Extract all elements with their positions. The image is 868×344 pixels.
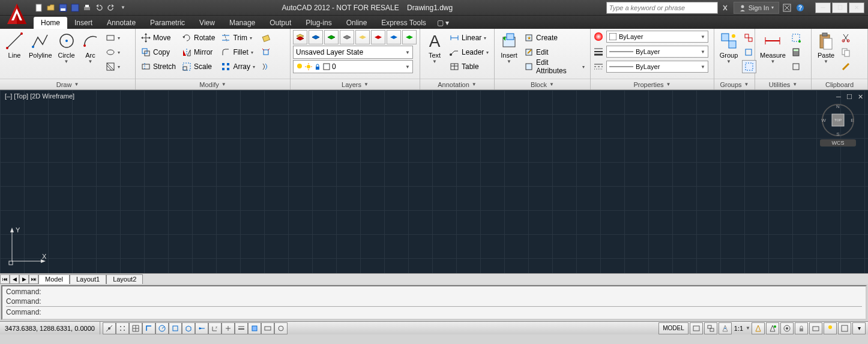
ellipse-button[interactable]: ▾: [104, 46, 122, 59]
table-button[interactable]: Table: [448, 60, 490, 73]
viewport-close-icon[interactable]: ✕: [856, 92, 864, 101]
tab-home[interactable]: Home: [34, 17, 67, 29]
linear-button[interactable]: Linear▾: [448, 31, 490, 44]
move-button[interactable]: Move: [139, 31, 178, 44]
layer-current-dropdown[interactable]: 0 ▼: [293, 60, 413, 73]
layer-off-button[interactable]: [309, 30, 323, 44]
panel-title-block[interactable]: Block▼: [495, 79, 590, 89]
layer-properties-button[interactable]: [293, 30, 307, 44]
line-button[interactable]: Line: [2, 30, 26, 60]
ortho-button[interactable]: [142, 322, 155, 334]
save-icon[interactable]: [58, 2, 68, 13]
layer-state-dropdown[interactable]: Unsaved Layer State▼: [293, 46, 413, 59]
measure-button[interactable]: Measure▼: [758, 30, 788, 65]
array-button[interactable]: Array▾: [219, 60, 257, 73]
qat-dropdown-icon[interactable]: ▼: [118, 2, 128, 13]
infer-constraints-button[interactable]: [103, 322, 116, 334]
ribbon-more-icon[interactable]: ▢ ▾: [433, 17, 453, 29]
workspace-button[interactable]: [780, 322, 794, 334]
panel-title-groups[interactable]: Groups▼: [714, 79, 755, 89]
lwt-button[interactable]: [235, 322, 248, 334]
id-button[interactable]: [789, 60, 803, 73]
editattr-button[interactable]: Edit Attributes▾: [522, 60, 586, 73]
mirror-button[interactable]: Mirror: [180, 46, 217, 59]
circle-button[interactable]: Circle▼: [55, 30, 79, 65]
annotation-scale-icon[interactable]: [719, 322, 732, 334]
panel-title-draw[interactable]: Draw▼: [0, 79, 135, 89]
customize-button[interactable]: ▾: [852, 322, 866, 334]
viewport-label[interactable]: [–] [Top] [2D Wireframe]: [5, 92, 74, 100]
maximize-button[interactable]: ☐: [832, 2, 848, 13]
layer-prev-button[interactable]: [371, 30, 385, 44]
annotation-scale-value[interactable]: 1:1: [733, 325, 744, 332]
exchange-icon[interactable]: [782, 2, 792, 13]
group-bbox-button[interactable]: [742, 60, 756, 73]
ducs-button[interactable]: z: [208, 322, 222, 334]
trim-button[interactable]: Trim▾: [219, 31, 257, 44]
tab-first-icon[interactable]: ⏮: [0, 274, 10, 284]
lineweight-dropdown[interactable]: ByLayer▼: [606, 46, 708, 58]
layer-state-button[interactable]: [402, 30, 417, 44]
tab-layout1[interactable]: Layout1: [70, 274, 106, 284]
coordinates-readout[interactable]: 3473.6383, 1288.6331, 0.0000: [0, 322, 100, 334]
wcs-label[interactable]: WCS: [820, 139, 856, 146]
dyn-button[interactable]: [222, 322, 235, 334]
minimize-button[interactable]: ─: [815, 2, 831, 13]
qp-button[interactable]: [261, 322, 274, 334]
app-logo[interactable]: [4, 1, 30, 28]
arc-button[interactable]: Arc▼: [79, 30, 103, 65]
group-button[interactable]: Group▼: [717, 30, 741, 65]
tab-layout2[interactable]: Layout2: [106, 274, 143, 284]
command-prompt[interactable]: Command:: [6, 306, 862, 318]
tab-expresstools[interactable]: Express Tools: [374, 17, 433, 29]
polyline-button[interactable]: Polyline: [26, 30, 55, 60]
scale-button[interactable]: Scale: [180, 60, 217, 73]
tab-prev-icon[interactable]: ◀: [10, 274, 19, 284]
edit-button[interactable]: Edit: [522, 46, 586, 59]
copyClip-button[interactable]: [839, 46, 852, 59]
model-space-button[interactable]: MODEL: [659, 322, 689, 334]
group-edit-button[interactable]: [742, 46, 756, 59]
layer-lock-button[interactable]: [340, 30, 354, 44]
insert-button[interactable]: Insert▼: [497, 30, 521, 65]
sc-button[interactable]: [274, 322, 288, 334]
tab-parametric[interactable]: Parametric: [143, 17, 192, 29]
view-cube[interactable]: TOP N S E W WCS: [820, 102, 856, 138]
quickview-drawings-button[interactable]: [704, 322, 717, 334]
tab-annotate[interactable]: Annotate: [100, 17, 143, 29]
paste-button[interactable]: Paste▼: [814, 30, 838, 65]
print-icon[interactable]: [82, 2, 92, 13]
snap-button[interactable]: [116, 322, 129, 334]
tab-view[interactable]: View: [192, 17, 222, 29]
autoscale-button[interactable]: [766, 322, 779, 334]
new-icon[interactable]: [34, 2, 44, 13]
toolbar-lock-button[interactable]: [795, 322, 808, 334]
osnap-button[interactable]: [169, 322, 182, 334]
help-icon[interactable]: ?: [795, 2, 806, 13]
explode-button[interactable]: [259, 46, 273, 59]
layer-match-button[interactable]: [387, 30, 401, 44]
select-button[interactable]: [789, 31, 803, 44]
fillet-button[interactable]: Fillet▾: [219, 46, 257, 59]
tab-output[interactable]: Output: [262, 17, 298, 29]
linetype-dropdown[interactable]: ByLayer▼: [606, 61, 708, 73]
redo-icon[interactable]: [106, 2, 116, 13]
stretch-button[interactable]: Stretch: [139, 60, 178, 73]
tab-online[interactable]: Online: [339, 17, 375, 29]
panel-title-annotation[interactable]: Annotation▼: [420, 79, 494, 89]
search-input[interactable]: [606, 2, 718, 14]
quickcalc-button[interactable]: [789, 46, 803, 59]
create-button[interactable]: ★Create: [522, 31, 586, 44]
panel-title-utilities[interactable]: Utilities▼: [755, 79, 811, 89]
quickview-layouts-button[interactable]: [690, 322, 703, 334]
text-button[interactable]: AText▼: [423, 30, 447, 65]
panel-title-layers[interactable]: Layers▼: [291, 79, 420, 89]
tpy-button[interactable]: [248, 322, 261, 334]
command-window[interactable]: Command: Command: Command:: [1, 285, 867, 320]
ungroup-button[interactable]: [742, 31, 756, 44]
erase-button[interactable]: [259, 31, 273, 44]
copy-button[interactable]: Copy: [139, 46, 178, 59]
isolate-objects-button[interactable]: [824, 322, 837, 334]
tab-insert[interactable]: Insert: [67, 17, 100, 29]
viewport-minimize-icon[interactable]: ─: [834, 92, 843, 101]
